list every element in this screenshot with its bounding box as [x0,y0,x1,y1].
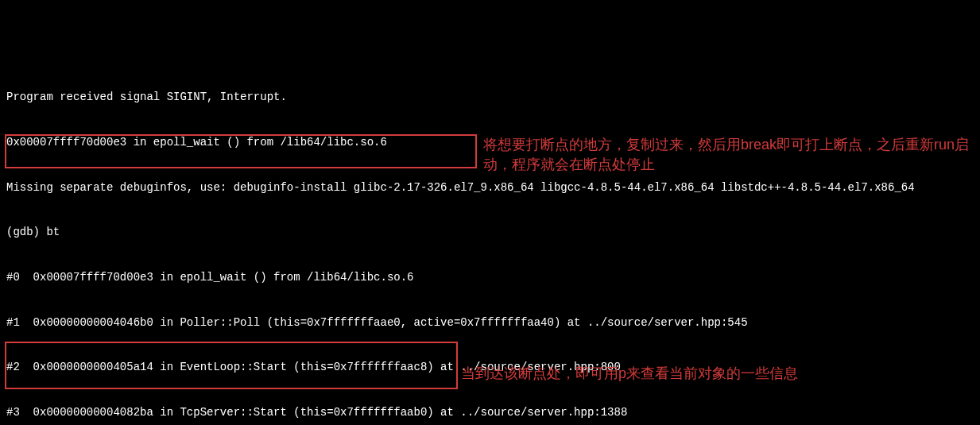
output-line: Program received signal SIGINT, Interrup… [6,90,974,105]
backtrace-line: #1 0x00000000004046b0 in Poller::Poll (t… [6,315,974,330]
backtrace-line: #3 0x00000000004082ba in TcpServer::Star… [6,405,974,420]
gdb-prompt-line: (gdb) bt [6,225,974,240]
annotation-break: 将想要打断点的地方，复制过来，然后用break即可打上断点，之后重新run启动，… [483,135,976,175]
output-line: Missing separate debuginfos, use: debugi… [6,180,974,195]
annotation-print: 当到达该断点处，即可用p来查看当前对象的一些信息 [461,364,970,384]
backtrace-line: #0 0x00007ffff70d00e3 in epoll_wait () f… [6,270,974,285]
